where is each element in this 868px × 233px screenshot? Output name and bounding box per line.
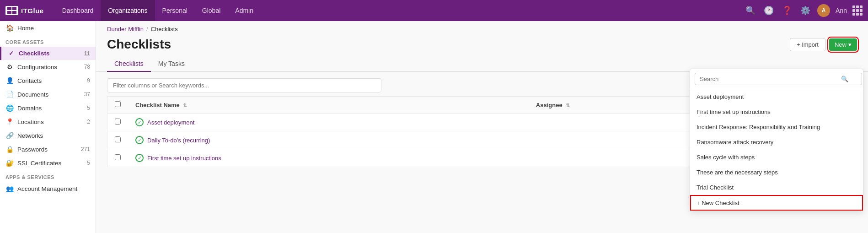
new-button[interactable]: New ▾ <box>829 38 857 51</box>
checklist-name-link[interactable]: ✓ First time set up instructions <box>135 154 521 162</box>
select-all-checkbox[interactable] <box>115 101 121 107</box>
sidebar-domains-count: 5 <box>81 105 90 111</box>
sidebar-item-account-management[interactable]: 👥 Account Management <box>0 182 96 195</box>
apps-grid-icon[interactable] <box>852 5 863 16</box>
sidebar-item-networks[interactable]: 🔗 Networks <box>0 129 96 142</box>
sidebar-item-configurations[interactable]: ⚙ Configurations 78 <box>0 60 96 74</box>
sidebar-ssl-count: 5 <box>81 160 90 166</box>
dropdown-item[interactable]: These are the necessary steps <box>690 165 863 180</box>
dropdown-search-icon: 🔍 <box>841 76 848 82</box>
tab-checklists[interactable]: Checklists <box>107 56 151 72</box>
sidebar-item-home[interactable]: 🏠 Home <box>0 21 96 35</box>
nav-personal[interactable]: Personal <box>155 0 195 21</box>
sidebar-ssl-label: SSL Certificates <box>17 160 77 167</box>
configurations-icon: ⚙ <box>5 63 14 70</box>
new-label: New <box>835 41 847 48</box>
svg-rect-1 <box>12 7 16 10</box>
locations-icon: 📍 <box>5 118 14 125</box>
import-button[interactable]: + Import <box>790 38 825 51</box>
sidebar-documents-label: Documents <box>17 91 77 98</box>
dropdown-item[interactable]: Incident Response: Responsibility and Tr… <box>690 119 863 135</box>
sidebar-item-documents[interactable]: 📄 Documents 37 <box>0 87 96 101</box>
tab-my-tasks[interactable]: My Tasks <box>151 56 192 72</box>
row-checkbox[interactable] <box>115 136 121 142</box>
th-checkbox <box>107 97 129 114</box>
new-checklist-dropdown: 🔍 Asset deployment First time set up ins… <box>690 69 863 211</box>
sidebar-item-passwords[interactable]: 🔒 Passwords 271 <box>0 142 96 156</box>
row-checkbox-cell <box>107 131 129 149</box>
passwords-icon: 🔒 <box>5 146 14 153</box>
row-checkbox[interactable] <box>115 119 121 125</box>
domains-icon: 🌐 <box>5 104 14 112</box>
help-icon[interactable]: ❓ <box>781 5 793 16</box>
dropdown-item[interactable]: First time set up instructions <box>690 104 863 119</box>
history-icon[interactable]: 🕐 <box>762 5 775 16</box>
sidebar-configurations-count: 78 <box>81 64 90 70</box>
username-label: Ann <box>836 7 847 14</box>
nav-dashboard[interactable]: Dashboard <box>55 0 101 21</box>
sort-assignee-icon: ⇅ <box>566 103 570 108</box>
status-check-icon: ✓ <box>135 118 144 126</box>
sidebar-passwords-count: 271 <box>81 146 90 152</box>
avatar[interactable]: A <box>817 4 830 17</box>
svg-rect-0 <box>7 7 11 10</box>
new-checklist-button[interactable]: + New Checklist <box>690 195 863 211</box>
row-checkbox[interactable] <box>115 154 121 160</box>
checklist-name-link[interactable]: ✓ Daily To-do's (recurring) <box>135 136 521 144</box>
contacts-icon: 👤 <box>5 77 14 84</box>
logo[interactable]: ITGlue <box>5 6 44 15</box>
sidebar-documents-count: 37 <box>81 91 90 98</box>
page-header: Checklists + Import New ▾ <box>96 34 868 52</box>
sidebar-section-apps-services: Apps & Services <box>0 170 96 182</box>
dropdown-item[interactable]: Ransomware attack recovery <box>690 135 863 150</box>
page-title: Checklists <box>107 37 171 52</box>
ssl-icon: 🔐 <box>5 159 14 167</box>
nav-organizations[interactable]: Organizations <box>101 0 155 21</box>
sidebar-item-ssl-certificates[interactable]: 🔐 SSL Certificates 5 <box>0 156 96 170</box>
breadcrumb-current: Checklists <box>151 26 178 33</box>
breadcrumb-separator: / <box>146 26 148 33</box>
sidebar-contacts-count: 9 <box>81 77 90 84</box>
dropdown-item[interactable]: Sales cycle with steps <box>690 150 863 165</box>
row-name-cell: ✓ Asset deployment <box>128 114 529 131</box>
top-navigation: ITGlue Dashboard Organizations Personal … <box>0 0 868 21</box>
dropdown-search-area: 🔍 <box>690 69 863 89</box>
sort-name-icon: ⇅ <box>183 103 187 108</box>
sidebar-contacts-label: Contacts <box>17 77 77 84</box>
row-name-cell: ✓ Daily To-do's (recurring) <box>128 131 529 149</box>
sidebar-item-checklists[interactable]: ✓ Checklists 11 <box>0 47 96 60</box>
svg-rect-3 <box>12 11 16 14</box>
row-checkbox-cell <box>107 114 129 131</box>
nav-right: 🔍 🕐 ❓ ⚙️ A Ann <box>744 4 863 17</box>
sidebar-item-domains[interactable]: 🌐 Domains 5 <box>0 101 96 115</box>
home-icon: 🏠 <box>5 24 14 32</box>
sidebar-item-contacts[interactable]: 👤 Contacts 9 <box>0 74 96 87</box>
status-check-icon: ✓ <box>135 154 144 162</box>
header-actions: + Import New ▾ <box>790 38 857 51</box>
breadcrumb-parent-link[interactable]: Dunder Mifflin <box>107 26 144 33</box>
sidebar-checklists-label: Checklists <box>19 50 77 57</box>
sidebar: 🏠 Home Core Assets ✓ Checklists 11 ⚙ Con… <box>0 21 96 233</box>
sidebar-item-locations[interactable]: 📍 Locations 2 <box>0 115 96 129</box>
sidebar-configurations-label: Configurations <box>17 64 77 70</box>
dropdown-item[interactable]: Asset deployment <box>690 89 863 104</box>
breadcrumb: Dunder Mifflin / Checklists <box>96 21 868 34</box>
sidebar-locations-label: Locations <box>17 119 77 125</box>
account-management-icon: 👥 <box>5 185 14 192</box>
nav-admin[interactable]: Admin <box>228 0 261 21</box>
checklist-name-link[interactable]: ✓ Asset deployment <box>135 118 521 126</box>
nav-global[interactable]: Global <box>195 0 228 21</box>
sidebar-checklists-count: 11 <box>81 50 90 57</box>
logo-box <box>5 6 18 15</box>
sidebar-locations-count: 2 <box>81 119 90 125</box>
settings-icon[interactable]: ⚙️ <box>799 5 812 16</box>
row-checkbox-cell <box>107 149 129 167</box>
status-check-icon: ✓ <box>135 136 144 144</box>
dropdown-item[interactable]: Trial Checklist <box>690 180 863 195</box>
dropdown-search-input[interactable] <box>695 73 862 85</box>
filter-input[interactable] <box>107 78 381 92</box>
sidebar-home-label: Home <box>17 25 90 32</box>
th-checklist-name[interactable]: Checklist Name ⇅ <box>128 97 529 114</box>
sidebar-domains-label: Domains <box>17 105 77 112</box>
search-icon[interactable]: 🔍 <box>744 5 757 16</box>
